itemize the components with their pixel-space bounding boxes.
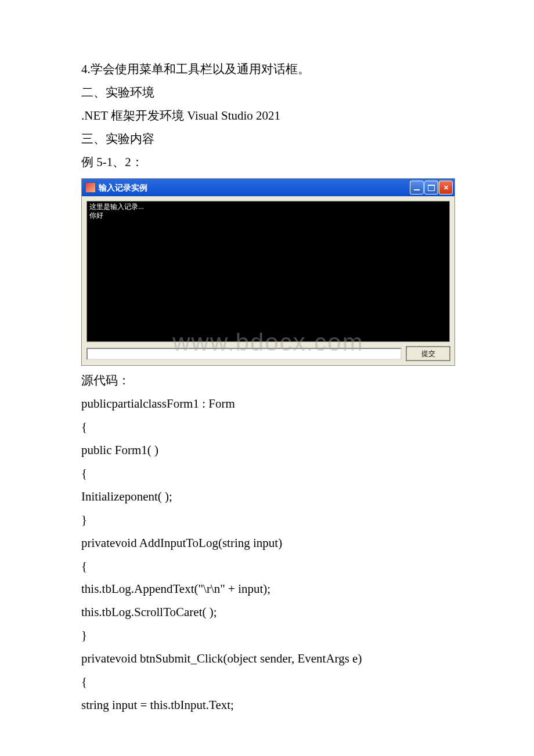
code-line: } bbox=[81, 624, 459, 647]
code-line: this.tbLog.AppendText("\r\n" + input); bbox=[81, 578, 459, 601]
code-line: privatevoid AddInputToLog(string input) bbox=[81, 532, 459, 555]
paragraph-environment: .NET 框架开发环境 Visual Studio 2021 bbox=[81, 105, 459, 128]
heading-environment: 二、实验环境 bbox=[81, 81, 459, 105]
code-line: { bbox=[81, 416, 459, 439]
paragraph-example-ref: 例 5-1、2： bbox=[81, 151, 459, 174]
app-icon bbox=[85, 182, 96, 193]
code-line: string input = this.tbInput.Text; bbox=[81, 694, 459, 717]
window-titlebar: 输入记录实例 bbox=[82, 179, 454, 196]
log-textbox[interactable]: 这里是输入记录... 你好 bbox=[86, 201, 450, 342]
code-line: Initializeponent( ); bbox=[81, 485, 459, 509]
code-line: { bbox=[81, 462, 459, 485]
submit-button[interactable]: 提交 bbox=[406, 347, 450, 361]
heading-content: 三、实验内容 bbox=[81, 128, 459, 151]
window-client-area: 这里是输入记录... 你好 提交 bbox=[82, 196, 454, 365]
code-line: privatevoid btnSubmit_Click(object sende… bbox=[81, 647, 459, 671]
window-title: 输入记录实例 bbox=[99, 180, 410, 196]
code-line: publicpartialclassForm1 : Form bbox=[81, 393, 459, 416]
app-window: 输入记录实例 这里是输入记录... 你好 提交 www.bdocx.com bbox=[81, 178, 455, 366]
log-line: 你好 bbox=[89, 211, 447, 220]
close-icon bbox=[443, 182, 449, 194]
minimize-button[interactable] bbox=[410, 181, 424, 195]
code-line: } bbox=[81, 509, 459, 532]
log-line: 这里是输入记录... bbox=[89, 203, 447, 211]
source-code-heading: 源代码： bbox=[81, 369, 459, 393]
code-line: { bbox=[81, 555, 459, 578]
maximize-button[interactable] bbox=[424, 181, 438, 195]
code-line: public Form1( ) bbox=[81, 439, 459, 462]
code-line: { bbox=[81, 671, 459, 694]
close-button[interactable] bbox=[439, 181, 453, 195]
code-line: this.tbLog.ScrollToCaret( ); bbox=[81, 601, 459, 624]
paragraph-goal: 4.学会使用菜单和工具栏以及通用对话框。 bbox=[81, 58, 459, 81]
input-textbox[interactable] bbox=[86, 348, 402, 360]
